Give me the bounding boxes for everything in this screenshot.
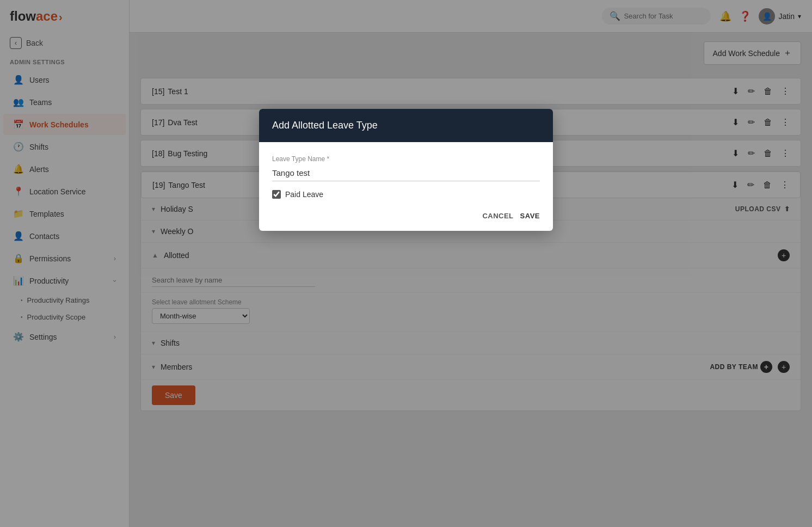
leave-type-label: Leave Type Name * [272, 155, 540, 163]
paid-leave-group: Paid Leave [272, 190, 540, 199]
modal-title: Add Allotted Leave Type [272, 120, 540, 131]
modal-cancel-button[interactable]: CANCEL [482, 212, 513, 220]
modal-overlay: Add Allotted Leave Type Leave Type Name … [0, 0, 812, 527]
leave-type-group: Leave Type Name * [272, 155, 540, 181]
modal-add-leave-type: Add Allotted Leave Type Leave Type Name … [259, 109, 553, 231]
modal-save-button[interactable]: SAVE [520, 212, 540, 220]
paid-leave-label: Paid Leave [285, 190, 323, 199]
paid-leave-checkbox[interactable] [272, 190, 281, 199]
leave-type-input[interactable] [272, 165, 540, 181]
modal-footer: CANCEL SAVE [259, 205, 553, 231]
modal-body: Leave Type Name * Paid Leave [259, 142, 553, 205]
modal-header: Add Allotted Leave Type [259, 109, 553, 142]
